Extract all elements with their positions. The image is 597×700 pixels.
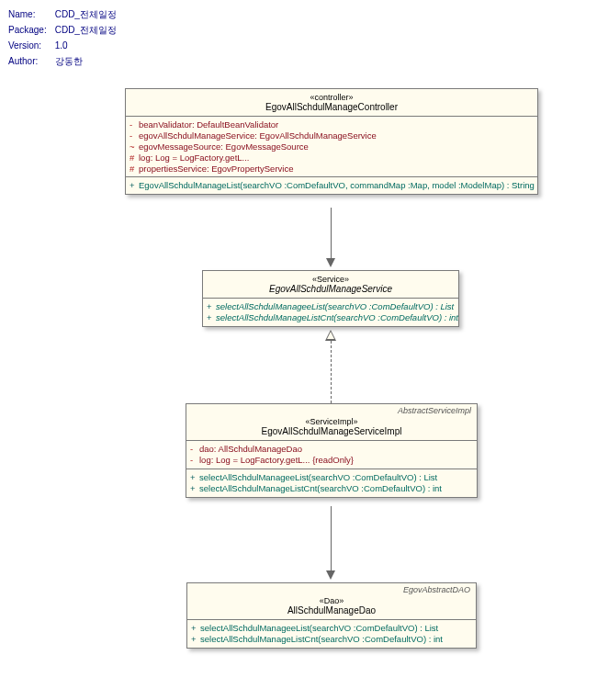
package-label: Package:	[7, 23, 52, 37]
class-service: «Service» EgovAllSchdulManageService +se…	[202, 270, 459, 327]
name-value: CDD_전체일정	[54, 7, 118, 21]
operation: selectAllSchdulManageeList(searchVO :Com…	[200, 623, 438, 633]
operation: selectAllSchdulManageListCnt(searchVO :C…	[200, 634, 443, 644]
meta-table: Name:CDD_전체일정 Package:CDD_전체일정 Version:1…	[6, 6, 119, 70]
author-label: Author:	[7, 54, 52, 68]
serviceimpl-parent: AbstractServiceImpl	[398, 406, 471, 415]
author-value: 강동한	[54, 54, 118, 68]
controller-stereo: «controller»	[128, 93, 535, 102]
dao-stereo: «Dao»	[189, 596, 474, 605]
connector	[331, 208, 332, 258]
attr: egovAllSchdulManageService: EgovAllSchdu…	[139, 130, 377, 141]
serviceimpl-name: EgovAllSchdulManageServiceImpl	[262, 426, 402, 436]
uml-diagram: «controller» EgovAllSchdulManageControll…	[6, 70, 591, 700]
connector	[331, 341, 332, 403]
class-controller: «controller» EgovAllSchdulManageControll…	[125, 88, 538, 195]
operation: EgovAllSchdulManageList(searchVO :ComDef…	[139, 180, 535, 190]
arrowhead-icon	[326, 570, 335, 580]
operation: selectAllSchdulManageListCnt(searchVO :C…	[216, 312, 458, 322]
package-value: CDD_전체일정	[54, 23, 118, 37]
hollow-arrowhead-icon	[325, 330, 336, 341]
attr: beanValidator: DefaultBeanValidator	[139, 119, 278, 130]
service-stereo: «Service»	[205, 275, 456, 284]
attr: dao: AllSchdulManageDao	[199, 444, 302, 454]
operation: selectAllSchdulManageeList(searchVO :Com…	[216, 301, 454, 311]
class-serviceimpl: AbstractServiceImpl «ServiceImpl» EgovAl…	[186, 403, 478, 498]
controller-name: EgovAllSchdulManageController	[265, 102, 398, 112]
service-name: EgovAllSchdulManageService	[269, 284, 392, 294]
version-label: Version:	[7, 39, 52, 52]
dao-parent: EgovAbstractDAO	[403, 585, 470, 594]
dao-name: AllSchdulManageDao	[287, 605, 376, 615]
operation: selectAllSchdulManageListCnt(searchVO :C…	[199, 483, 442, 493]
connector	[331, 506, 332, 570]
arrowhead-icon	[326, 258, 335, 267]
name-label: Name:	[7, 7, 52, 21]
operation: selectAllSchdulManageeList(searchVO :Com…	[199, 472, 437, 482]
serviceimpl-stereo: «ServiceImpl»	[188, 417, 475, 426]
attr: egovMessageSource: EgovMessageSource	[139, 141, 309, 152]
version-value: 1.0	[54, 39, 118, 52]
attr: propertiesService: EgovPropertyService	[139, 164, 293, 174]
class-dao: EgovAbstractDAO «Dao» AllSchdulManageDao…	[186, 582, 477, 649]
attr: log: Log = LogFactory.getL...	[139, 152, 250, 163]
attr: log: Log = LogFactory.getL... {readOnly}	[199, 455, 354, 465]
